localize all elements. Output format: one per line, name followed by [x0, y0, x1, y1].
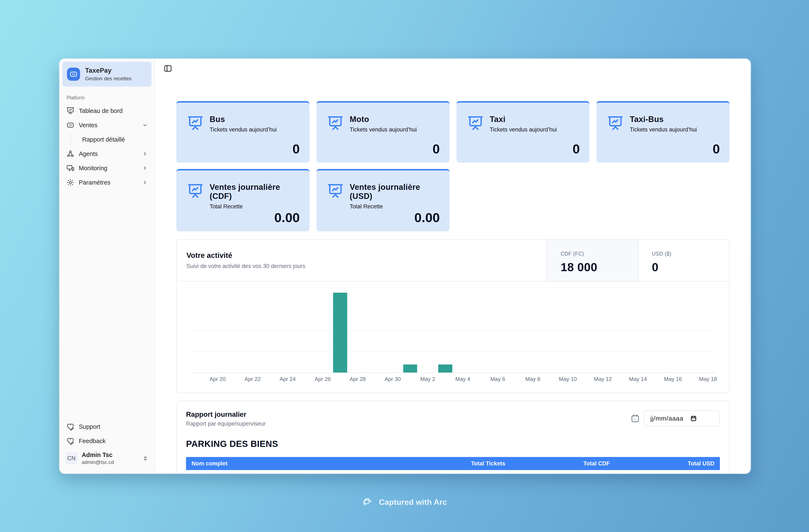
user-email: admin@tsc.cd	[82, 459, 114, 465]
stat-card-moto[interactable]: MotoTickets vendus aujourd’hui0	[316, 101, 450, 162]
presentation-chart-icon	[607, 115, 624, 132]
desktop-background: { "app": { "name": "TaxePay", "tagline":…	[0, 0, 809, 532]
card-subtitle: Total Recette	[350, 203, 440, 210]
sidebar-item-label: Rapport détaillé	[82, 136, 125, 143]
app-tagline: Gestion des recettes	[85, 76, 132, 82]
stat-value: 18 000	[561, 260, 638, 274]
arc-logo-icon	[362, 496, 374, 508]
user-name: Admin Tsc	[82, 451, 114, 459]
card-title: Taxi-Bus	[630, 115, 697, 124]
sidebar-item-label: Agents	[79, 151, 98, 157]
stat-card-taxi-bus[interactable]: Taxi-BusTickets vendus aujourd’hui0	[597, 101, 729, 162]
activity-stat-cdf-fc-: CDF (FC)18 000	[547, 240, 638, 281]
column-header-total-tickets: Total Tickets	[401, 460, 505, 467]
sidebar-item-param-tres[interactable]: Paramètres	[62, 175, 152, 190]
stat-value: 0	[652, 260, 729, 274]
x-tick-label: May 16	[664, 376, 682, 382]
card-value: 0	[713, 141, 720, 156]
sidebar-item-label: Monitoring	[79, 165, 107, 172]
report-table: Nom completTotal TicketsTotal CDFTotal U…	[186, 457, 720, 474]
card-title: Moto	[350, 115, 417, 124]
sidebar-item-label: Support	[79, 423, 100, 430]
card-value: 0	[432, 141, 440, 156]
column-header-total-cdf: Total CDF	[505, 460, 610, 467]
stat-card-taxi[interactable]: TaxiTickets vendus aujourd’hui0	[457, 101, 590, 162]
table-body: EQUIPE…000	[186, 470, 720, 474]
x-tick-label: May 10	[559, 376, 577, 382]
avatar: CN	[65, 452, 78, 465]
card-subtitle: Tickets vendus aujourd’hui	[490, 126, 557, 133]
sidebar-item-rapport-d-taill-[interactable]: Rapport détaillé	[62, 132, 152, 147]
ticket-slot-icon	[66, 121, 74, 130]
sidebar-footer-nav: SupportFeedback	[62, 419, 152, 448]
x-tick-label: May 2	[420, 376, 435, 382]
chart-plot-area	[191, 287, 717, 373]
sidebar-item-support[interactable]: Support	[62, 419, 152, 434]
activity-subtitle: Suivi de votre activité des vos 30 derni…	[187, 263, 547, 270]
sidebar-item-agents[interactable]: Agents	[62, 147, 152, 161]
stat-cards-row-2: Ventes journalière (CDF)Total Recette0.0…	[176, 169, 729, 231]
monitor-icon	[66, 164, 74, 172]
x-tick-label: Apr 28	[349, 376, 366, 382]
gear-icon	[66, 178, 74, 187]
x-tick-label: Apr 20	[209, 376, 226, 382]
chevron-right-icon	[142, 180, 148, 185]
presentation-chart-icon	[327, 183, 344, 200]
presentation-chart-icon	[187, 183, 204, 200]
card-subtitle: Total Recette	[210, 203, 299, 210]
sidebar-item-feedback[interactable]: Feedback	[62, 434, 152, 448]
chevrons-up-down-icon	[142, 455, 149, 462]
taxepay-logo-icon	[67, 68, 80, 81]
x-tick-label: May 4	[455, 376, 470, 382]
sidebar-section-label: Platform	[67, 95, 152, 101]
x-tick-label: May 6	[490, 376, 505, 382]
sidebar-toggle-icon[interactable]	[164, 64, 173, 73]
report-section-title: PARKING DES BIENS	[186, 439, 720, 449]
sidebar-item-tableau-de-bord[interactable]: Tableau de bord	[62, 104, 152, 118]
card-value: 0	[292, 141, 299, 156]
card-value: 0.00	[414, 210, 440, 225]
date-picker-icon[interactable]	[690, 415, 697, 422]
sidebar-item-label: Ventes	[79, 122, 98, 129]
card-subtitle: Tickets vendus aujourd’hui	[630, 126, 697, 133]
sidebar-item-label: Tableau de bord	[79, 107, 123, 115]
app-name: TaxePay	[85, 67, 132, 74]
stat-cards-row-1: BusTickets vendus aujourd’hui0MotoTicket…	[176, 101, 729, 162]
table-row[interactable]: EQUIPE…000	[186, 470, 720, 474]
activity-header: Votre activité Suivi de votre activité d…	[177, 240, 729, 281]
x-tick-label: Apr 24	[279, 376, 296, 382]
sidebar-nav: Tableau de bordVentesRapport détailléAge…	[62, 104, 152, 190]
captured-with-arc-badge: Captured with Arc	[362, 496, 447, 508]
chevron-right-icon	[142, 151, 148, 157]
sidebar-item-monitoring[interactable]: Monitoring	[62, 161, 152, 175]
presentation-chart-icon	[327, 115, 344, 132]
sidebar-item-label: Feedback	[79, 437, 106, 445]
x-tick-label: May 8	[526, 376, 540, 382]
brand-header[interactable]: TaxePay Gestion des recettes	[62, 62, 152, 87]
chevron-right-icon	[142, 166, 148, 171]
presentation-chart-icon	[187, 115, 204, 132]
column-header-total-usd: Total USD	[610, 460, 715, 467]
heart-pencil-icon	[66, 423, 74, 431]
activity-bar-chart: Apr 20Apr 22Apr 24Apr 26Apr 28Apr 30May …	[177, 281, 729, 393]
activity-card: Votre activité Suivi de votre activité d…	[176, 239, 729, 393]
sidebar-item-ventes[interactable]: Ventes	[62, 118, 152, 132]
calendar-icon	[631, 414, 640, 423]
stat-card-ventes-journali-re-usd-[interactable]: Ventes journalière (USD)Total Recette0.0…	[316, 169, 450, 231]
agents-icon	[66, 150, 74, 158]
heart-pencil-icon	[66, 437, 74, 445]
activity-stat-usd-: USD ($)0	[638, 240, 729, 281]
card-title: Bus	[210, 115, 277, 124]
chart-bar-apr-27	[333, 293, 347, 373]
chart-bar-may-1	[403, 364, 417, 373]
x-tick-label: May 14	[629, 376, 647, 382]
user-menu[interactable]: CN Admin Tsc admin@tsc.cd	[62, 448, 152, 465]
stat-card-bus[interactable]: BusTickets vendus aujourd’hui0	[176, 101, 309, 162]
x-tick-label: Apr 22	[245, 376, 261, 382]
stat-card-ventes-journali-re-cdf-[interactable]: Ventes journalière (CDF)Total Recette0.0…	[176, 169, 309, 231]
presentation-board-icon	[66, 107, 74, 115]
x-tick-label: May 18	[699, 376, 717, 382]
card-title: Taxi	[490, 115, 557, 124]
date-input[interactable]: jj/mm/aaaa	[644, 410, 720, 426]
report-title: Rapport journalier	[186, 410, 266, 418]
